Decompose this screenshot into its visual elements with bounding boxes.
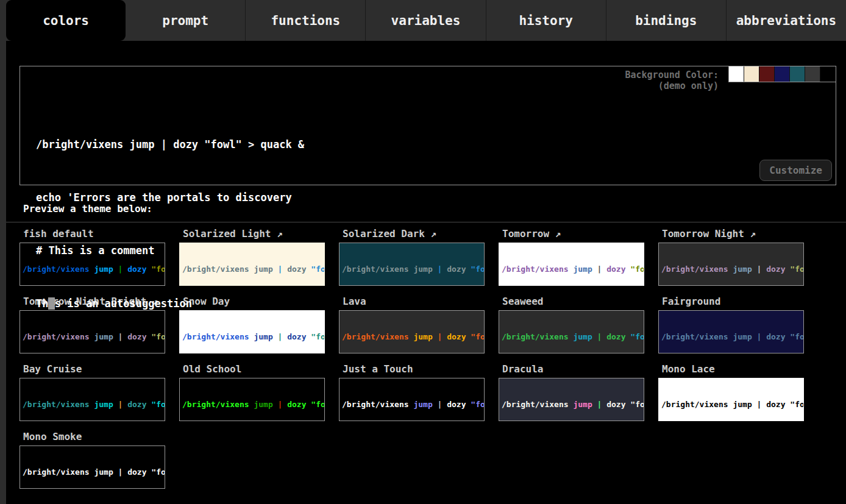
- theme-preview-card[interactable]: /bright/vixens jump | dozy "fowl" > quac…: [20, 445, 165, 489]
- card-line-command: /bright/vixens jump | dozy "fowl" > quac…: [661, 400, 803, 410]
- theme-preview-card[interactable]: /bright/vixens jump | dozy "fowl" > quac…: [499, 378, 644, 421]
- tab-prompt[interactable]: prompt: [126, 0, 245, 41]
- theme-title: Mono Lace: [662, 363, 715, 375]
- terminal-preview-text: /bright/vixens jump | dozy "fowl" > quac…: [36, 101, 304, 348]
- tab-bindings[interactable]: bindings: [606, 0, 726, 41]
- token-quote: "fowl" > quack &: [471, 332, 485, 341]
- theme-title: Solarized Dark: [343, 228, 425, 240]
- token-param: jump: [413, 332, 432, 341]
- token-param: jump: [573, 264, 592, 274]
- theme-cell: Tomorrow ↗ /bright/vixens jump | dozy "f…: [499, 228, 658, 286]
- background-swatch-strip: [728, 66, 836, 82]
- token-command-path: /bright/vixens: [23, 467, 90, 477]
- background-swatch[interactable]: [729, 66, 744, 82]
- theme-preview-card[interactable]: /bright/vixens jump | dozy "fowl" > quac…: [658, 378, 804, 421]
- background-swatch[interactable]: [775, 66, 790, 82]
- theme-title: Old School: [183, 363, 241, 375]
- theme-preview-card[interactable]: /bright/vixens jump | dozy "fowl" > quac…: [20, 378, 165, 421]
- token-quote: "fowl" > quack &: [630, 332, 644, 341]
- token-command2: dozy: [606, 400, 625, 409]
- token-command-path: /bright/vixens: [661, 400, 728, 409]
- card-line-command: /bright/vixens jump | dozy "fowl" > quac…: [23, 467, 165, 478]
- theme-preview-card[interactable]: /bright/vixens jump | dozy "fowl" > quac…: [499, 243, 644, 286]
- preview-cursor-block: i: [48, 297, 54, 310]
- token-command2: dozy: [127, 467, 146, 477]
- token-command-path: /bright/vixens: [342, 264, 409, 274]
- theme-cell: Old School ↗ /bright/vixens jump | dozy …: [179, 363, 339, 421]
- theme-preview-card[interactable]: /bright/vixens jump | dozy "fowl" > quac…: [339, 243, 485, 286]
- theme-title: Seaweed: [502, 296, 543, 307]
- token-command2: dozy: [447, 264, 466, 274]
- tab-functions[interactable]: functions: [245, 0, 365, 41]
- background-swatch[interactable]: [805, 66, 820, 82]
- token-quote: "fowl" > quack &: [790, 264, 804, 274]
- theme-preview-card[interactable]: /bright/vixens jump | dozy "fowl" > quac…: [658, 310, 804, 353]
- token-command2: dozy: [127, 400, 146, 409]
- preview-suggestion-text: s is an autosuggestion: [55, 297, 192, 310]
- token-command2: dozy: [606, 264, 625, 274]
- token-param: jump: [94, 467, 113, 477]
- token-param: jump: [413, 264, 432, 274]
- token-param: jump: [733, 332, 752, 341]
- customize-button[interactable]: Customize: [759, 160, 832, 181]
- card-line-command: /bright/vixens jump | dozy "fowl" > quac…: [182, 400, 324, 410]
- background-color-label: Background Color: (demo only): [625, 69, 719, 91]
- theme-preview-card[interactable]: /bright/vixens jump | dozy "fowl" > quac…: [339, 310, 485, 353]
- tab-colors[interactable]: colors: [6, 0, 126, 41]
- token-command2: dozy: [606, 332, 625, 341]
- external-link-icon[interactable]: ↗: [549, 228, 561, 240]
- card-line-command: /bright/vixens jump | dozy "fowl" > quac…: [342, 400, 484, 410]
- token-param: jump: [733, 400, 752, 409]
- token-param: jump: [413, 400, 432, 409]
- external-link-icon[interactable]: ↗: [425, 228, 436, 240]
- card-line-command: /bright/vixens jump | dozy "fowl" > quac…: [502, 264, 644, 275]
- card-line-command: /bright/vixens jump | dozy "fowl" > quac…: [342, 264, 484, 275]
- external-link-icon[interactable]: ↗: [744, 228, 756, 240]
- token-command-path: /bright/vixens: [502, 332, 569, 341]
- token-quote: "fowl" > quack &: [630, 400, 644, 409]
- background-swatch[interactable]: [820, 66, 836, 82]
- token-command-path: /bright/vixens: [502, 400, 569, 409]
- tab-history[interactable]: history: [486, 0, 606, 41]
- theme-cell: Seaweed ↗ /bright/vixens jump | dozy "fo…: [499, 296, 658, 353]
- theme-preview-card[interactable]: /bright/vixens jump | dozy "fowl" > quac…: [658, 243, 804, 286]
- token-command2: dozy: [766, 264, 785, 274]
- terminal-preview-box: Background Color: (demo only) /bright/vi…: [20, 66, 836, 185]
- token-command2: dozy: [287, 400, 306, 409]
- background-swatch[interactable]: [759, 66, 775, 82]
- theme-preview-card[interactable]: /bright/vixens jump | dozy "fowl" > quac…: [179, 378, 325, 421]
- theme-title: Lava: [343, 296, 366, 307]
- token-quote: "fowl" > quack &: [311, 332, 325, 341]
- token-param: jump: [733, 264, 752, 274]
- token-quote: "fowl" > quack &: [471, 400, 485, 409]
- background-swatch[interactable]: [790, 66, 805, 82]
- token-param: jump: [573, 332, 592, 341]
- tab-bar: colors prompt functions variables histor…: [6, 0, 846, 41]
- theme-preview-card[interactable]: /bright/vixens jump | dozy "fowl" > quac…: [499, 310, 644, 353]
- tab-abbreviations[interactable]: abbreviations: [726, 0, 846, 41]
- card-line-command: /bright/vixens jump | dozy "fowl" > quac…: [23, 400, 165, 410]
- token-quote: "fowl" > quack &: [630, 264, 644, 274]
- theme-cell: Solarized Dark ↗ /bright/vixens jump | d…: [339, 228, 499, 286]
- theme-cell: Tomorrow Night ↗ /bright/vixens jump | d…: [658, 228, 818, 286]
- preview-line-command: /bright/vixens jump | dozy "fowl" > quac…: [36, 136, 304, 154]
- background-color-label-line2: (demo only): [625, 80, 719, 91]
- theme-preview-card[interactable]: /bright/vixens jump | dozy "fowl" > quac…: [339, 378, 485, 421]
- token-command-path: /bright/vixens: [23, 400, 90, 409]
- theme-title: Just a Touch: [343, 363, 413, 375]
- token-command-path: /bright/vixens: [342, 332, 409, 341]
- card-line-command: /bright/vixens jump | dozy "fowl" > quac…: [661, 264, 803, 275]
- token-quote: "fowl" > quack &: [311, 264, 325, 274]
- token-command-path: /bright/vixens: [661, 332, 728, 341]
- background-color-label-line1: Background Color:: [625, 69, 719, 80]
- token-quote: "fowl" > quack &: [790, 400, 804, 409]
- tab-variables[interactable]: variables: [365, 0, 485, 41]
- theme-cell: Lava ↗ /bright/vixens jump | dozy "fowl"…: [339, 296, 499, 353]
- preview-typed-text: Th: [36, 297, 48, 310]
- theme-cell: Dracula ↗ /bright/vixens jump | dozy "fo…: [499, 363, 658, 421]
- background-swatch[interactable]: [744, 66, 759, 82]
- token-param: jump: [254, 400, 272, 409]
- token-command-path: /bright/vixens: [342, 400, 409, 409]
- preview-line-autosuggestion: This is an autosuggestion: [36, 295, 304, 313]
- token-command-path: /bright/vixens: [661, 264, 728, 274]
